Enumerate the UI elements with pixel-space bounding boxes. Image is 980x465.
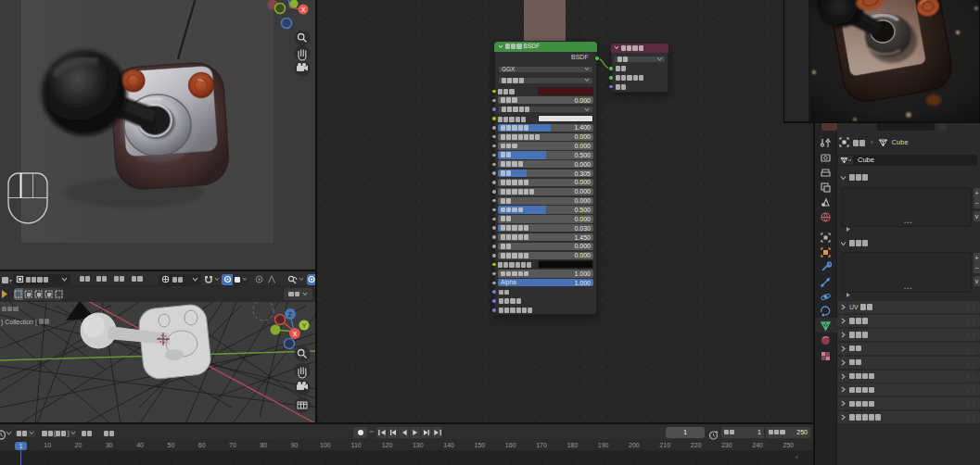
svg-text:X: X xyxy=(301,6,306,13)
svg-text:Y: Y xyxy=(302,322,307,329)
svg-text:Z: Z xyxy=(288,311,293,318)
svg-text:X: X xyxy=(293,331,298,337)
